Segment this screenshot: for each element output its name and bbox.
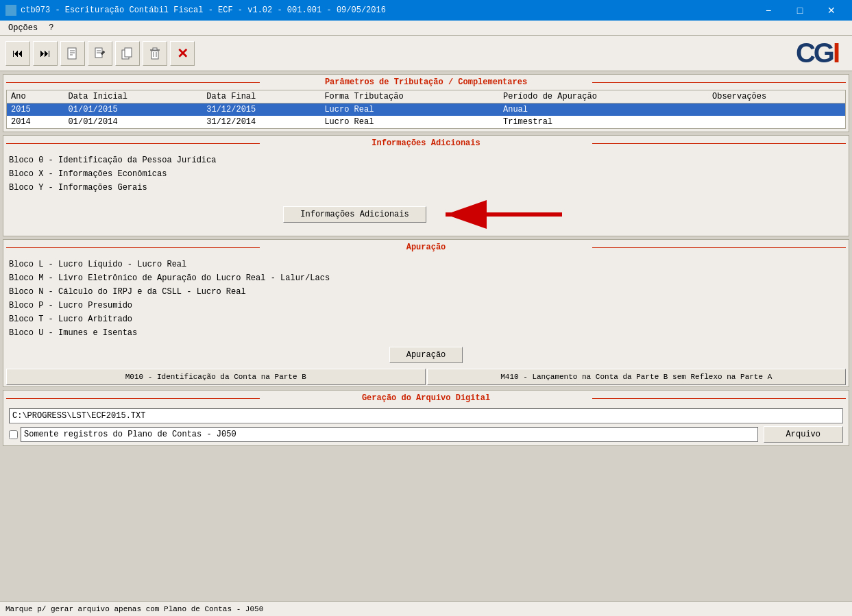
title-bar: ctb073 - Escrituração Contábil Fiscal - … [0, 0, 852, 21]
cell-obs [708, 116, 845, 128]
cell-forma: Lucro Real [320, 103, 499, 116]
col-data-inicial: Data Inicial [64, 90, 203, 103]
geracao-panel-title: Geração do Arquivo Digital [3, 391, 849, 406]
geracao-panel: Geração do Arquivo Digital Somente regis… [3, 390, 849, 446]
info-line-2: Bloco Y - Informações Gerais [9, 181, 843, 195]
edit-record-button[interactable] [88, 41, 112, 66]
minimize-button[interactable]: − [753, 0, 783, 21]
cgi-logo: CGI [796, 38, 838, 69]
first-record-button[interactable]: ⏮ [5, 41, 30, 66]
table-row[interactable]: 2015 01/01/2015 31/12/2015 Lucro Real An… [7, 103, 845, 116]
informacoes-button[interactable]: Informações Adicionais [283, 206, 426, 223]
toolbar: ⏮ ⏭ [0, 36, 852, 71]
col-periodo-apuracao: Período de Apuração [499, 90, 708, 103]
menu-opcoes[interactable]: Opções [3, 22, 43, 34]
arquivo-button[interactable]: Arquivo [764, 426, 843, 443]
col-ano: Ano [7, 90, 64, 103]
apuracao-line-4: Bloco T - Lucro Arbitrado [9, 312, 843, 326]
maximize-button[interactable]: □ [785, 0, 815, 21]
next-record-button[interactable]: ⏭ [33, 41, 58, 66]
apuracao-line-5: Bloco U - Imunes e Isentas [9, 326, 843, 340]
informacoes-btn-row: Informações Adicionais [3, 197, 849, 236]
new-icon [66, 47, 80, 60]
cell-data-inicial: 01/01/2015 [64, 103, 203, 116]
status-text: Marque p/ gerar arquivo apenas com Plano… [5, 605, 263, 613]
col-observacoes: Observações [708, 90, 845, 103]
cell-obs [708, 103, 845, 116]
apuracao-bottom-buttons: M010 - Identificação da Conta na Parte B… [3, 367, 849, 386]
cancel-record-button[interactable]: ✕ [170, 41, 195, 66]
menu-bar: Opções ? [0, 21, 852, 36]
informacoes-panel-title: Informações Adicionais [3, 136, 849, 151]
m010-button[interactable]: M010 - Identificação da Conta na Parte B [6, 369, 426, 385]
delete-record-button[interactable] [143, 41, 167, 66]
plano-contas-checkbox[interactable] [9, 430, 18, 439]
file-path-input[interactable] [9, 408, 843, 423]
cell-periodo: Anual [499, 103, 708, 116]
table-row[interactable]: 2014 01/01/2014 31/12/2014 Lucro Real Tr… [7, 116, 845, 128]
apuracao-btn-row: Apuração [3, 343, 849, 367]
col-forma-tributacao: Forma Tributação [320, 90, 499, 103]
geracao-content: Somente registros do Plano de Contas - J… [3, 406, 849, 445]
apuracao-panel: Apuração Bloco L - Lucro Líquido - Lucro… [3, 239, 849, 387]
checkbox-label: Somente registros do Plano de Contas - J… [21, 427, 758, 442]
info-line-1: Bloco X - Informações Econômicas [9, 167, 843, 181]
toolbar-buttons: ⏮ ⏭ [5, 41, 195, 66]
delete-icon [148, 47, 162, 60]
arrow-annotation [432, 197, 569, 232]
svg-rect-9 [151, 51, 158, 59]
col-data-final: Data Final [202, 90, 320, 103]
cell-data-inicial: 01/01/2014 [64, 116, 203, 128]
apuracao-line-2: Bloco N - Cálculo do IRPJ e da CSLL - Lu… [9, 285, 843, 299]
tributacao-table-container[interactable]: Ano Data Inicial Data Final Forma Tribut… [6, 90, 846, 129]
menu-help[interactable]: ? [43, 22, 59, 34]
checkbox-row: Somente registros do Plano de Contas - J… [9, 426, 843, 443]
new-record-button[interactable] [60, 41, 85, 66]
copy-record-button[interactable] [115, 41, 140, 66]
info-line-0: Bloco 0 - Identificação da Pessoa Jurídi… [9, 153, 843, 167]
apuracao-line-0: Bloco L - Lucro Líquido - Lucro Real [9, 258, 843, 271]
cell-ano: 2014 [7, 116, 64, 128]
informacoes-content: Bloco 0 - Identificação da Pessoa Jurídi… [3, 151, 849, 197]
apuracao-content: Bloco L - Lucro Líquido - Lucro Real Blo… [3, 255, 849, 343]
title-text: ctb073 - Escrituração Contábil Fiscal - … [21, 5, 386, 15]
main-content: Parâmetros de Tributação / Complementare… [0, 71, 852, 601]
svg-rect-8 [125, 48, 132, 57]
tributacao-panel: Parâmetros de Tributação / Complementare… [3, 74, 849, 132]
apuracao-line-1: Bloco M - Livro Eletrônico de Apuração d… [9, 271, 843, 285]
apuracao-panel-title: Apuração [3, 240, 849, 255]
svg-rect-0 [68, 48, 76, 59]
cell-data-final: 31/12/2014 [202, 116, 320, 128]
m410-button[interactable]: M410 - Lançamento na Conta da Parte B se… [427, 369, 847, 385]
file-path-row [9, 408, 843, 423]
informacoes-panel: Informações Adicionais Bloco 0 - Identif… [3, 135, 849, 236]
svg-rect-11 [153, 48, 157, 50]
apuracao-button[interactable]: Apuração [389, 347, 463, 363]
copy-icon [121, 47, 134, 60]
cell-ano: 2015 [7, 103, 64, 116]
close-button[interactable]: ✕ [816, 0, 847, 21]
tributacao-panel-title: Parâmetros de Tributação / Complementare… [3, 75, 849, 90]
app-icon [5, 5, 16, 16]
cell-data-final: 31/12/2015 [202, 103, 320, 116]
cgi-logo-i: I [833, 38, 838, 68]
cell-periodo: Trimestral [499, 116, 708, 128]
status-bar: Marque p/ gerar arquivo apenas com Plano… [0, 601, 852, 616]
cell-forma: Lucro Real [320, 116, 499, 128]
tributacao-table: Ano Data Inicial Data Final Forma Tribut… [7, 90, 845, 128]
apuracao-line-3: Bloco P - Lucro Presumido [9, 299, 843, 312]
edit-icon [93, 47, 107, 60]
